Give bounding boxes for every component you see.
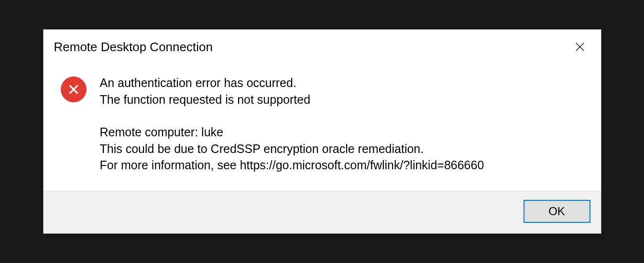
close-button[interactable] bbox=[569, 36, 590, 57]
message-line-4: This could be due to CredSSP encryption … bbox=[100, 141, 484, 157]
message-line-3: Remote computer: luke bbox=[100, 124, 484, 141]
ok-button[interactable]: OK bbox=[524, 200, 590, 223]
message-line-2: The function requested is not supported bbox=[100, 91, 484, 108]
dialog-title: Remote Desktop Connection bbox=[54, 40, 213, 55]
error-icon bbox=[61, 77, 87, 102]
error-icon-container bbox=[61, 77, 87, 102]
dialog-body: An authentication error has occurred. Th… bbox=[44, 64, 601, 191]
titlebar: Remote Desktop Connection bbox=[44, 30, 601, 64]
error-dialog: Remote Desktop Connection An authenticat… bbox=[43, 29, 601, 234]
message-text: An authentication error has occurred. Th… bbox=[100, 75, 484, 174]
close-icon bbox=[575, 42, 585, 52]
message-line-5: For more information, see https://go.mic… bbox=[100, 157, 484, 174]
spacer bbox=[100, 108, 484, 124]
dialog-footer: OK bbox=[44, 191, 601, 233]
message-line-1: An authentication error has occurred. bbox=[100, 75, 484, 91]
